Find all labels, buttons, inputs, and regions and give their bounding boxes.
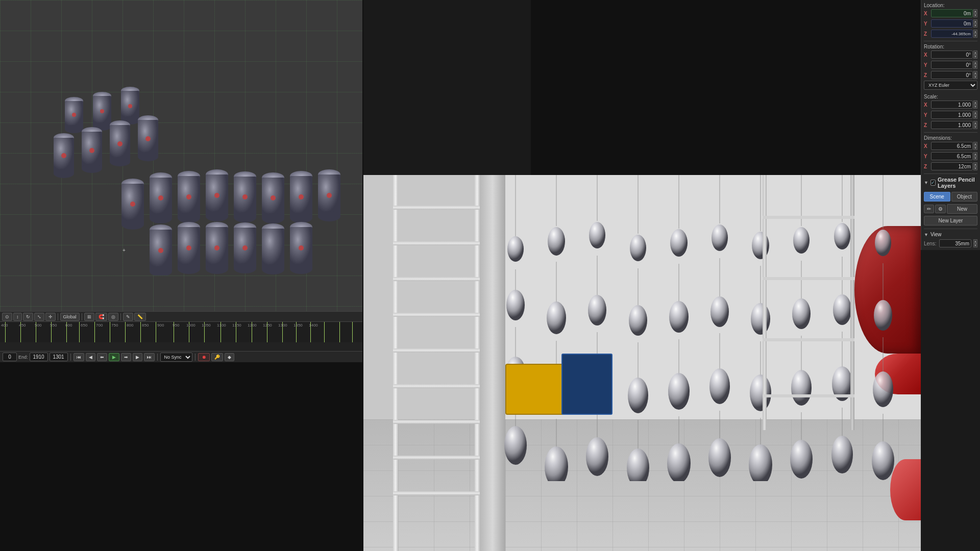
svg-point-141 xyxy=(749,444,772,481)
dim-z-up[interactable]: ▲ xyxy=(973,162,977,166)
sync-mode-select[interactable]: No Sync xyxy=(160,353,192,362)
svg-point-61 xyxy=(318,211,340,221)
lens-up[interactable]: ▲ xyxy=(973,239,977,243)
blue-electronics xyxy=(561,354,612,415)
rotation-mode-dropdown[interactable]: XYZ Euler xyxy=(924,81,977,91)
dim-x-up[interactable]: ▲ xyxy=(973,142,977,146)
location-y-up[interactable]: ▲ xyxy=(973,19,977,23)
toolbar-snap-btn[interactable]: 🧲 xyxy=(95,313,107,321)
lens-down[interactable]: ▼ xyxy=(973,243,977,247)
toolbar-move-btn[interactable]: ↕ xyxy=(13,313,22,321)
tick-850: 850 xyxy=(142,323,149,328)
rotation-z-value[interactable]: 0° xyxy=(931,71,973,79)
gp-pencil-icon-btn[interactable]: ✏ xyxy=(924,205,934,213)
toolbar-scale-btn[interactable]: ⤡ xyxy=(34,313,44,321)
ctrl-sep-3 xyxy=(195,354,195,361)
gp-new-button[interactable]: New xyxy=(947,204,977,214)
rot-z-up[interactable]: ▲ xyxy=(973,71,977,75)
keyframe-type-btn[interactable]: ◆ xyxy=(225,353,234,361)
record-btn[interactable]: ⏺ xyxy=(198,353,210,361)
frame-end-field[interactable]: 1910 xyxy=(30,353,48,361)
view-section-header: ▼ View xyxy=(924,232,977,237)
toolbar-select-btn[interactable]: ⊙ xyxy=(2,313,12,321)
location-label: Location: xyxy=(924,3,977,8)
dim-z-value[interactable]: 12cm xyxy=(931,162,973,170)
keyframe-line xyxy=(324,322,325,342)
dim-z-down[interactable]: ▼ xyxy=(973,166,977,170)
scale-x-value[interactable]: 1.000 xyxy=(931,101,973,109)
3d-viewport[interactable]: + xyxy=(0,0,362,311)
frame-start-field[interactable]: 0 xyxy=(3,353,17,361)
toolbar-proportional-btn[interactable]: ◎ xyxy=(108,313,118,321)
rot-z-down[interactable]: ▼ xyxy=(973,75,977,79)
next-frame-btn[interactable]: ➡ xyxy=(121,353,131,361)
timeline-track[interactable]: 400 450 500 550 600 650 700 750 800 850 … xyxy=(0,322,362,342)
rot-x-down[interactable]: ▼ xyxy=(973,55,977,59)
y-axis-label: Y xyxy=(924,21,931,27)
camera-viewport[interactable] xyxy=(362,175,921,551)
tb-sep-2 xyxy=(82,313,82,320)
keyframe-line xyxy=(140,322,141,342)
gp-tab-scene[interactable]: Scene xyxy=(924,192,950,202)
rotation-y-value[interactable]: 0° xyxy=(931,61,973,69)
toolbar-annotate-btn[interactable]: ✎ xyxy=(123,313,133,321)
prev-frame-btn[interactable]: ⬅ xyxy=(97,353,107,361)
auto-key-btn[interactable]: 🔑 xyxy=(211,353,223,361)
gp-new-layer-button[interactable]: New Layer xyxy=(924,216,977,226)
scale-x-down[interactable]: ▼ xyxy=(973,105,977,109)
location-x-down[interactable]: ▼ xyxy=(973,13,977,17)
keyframe-line xyxy=(125,322,126,342)
dim-y-down[interactable]: ▼ xyxy=(973,156,977,160)
svg-point-58 xyxy=(299,194,304,199)
gp-enabled-checkbox[interactable]: ✓ xyxy=(930,180,936,186)
dim-y-up[interactable]: ▲ xyxy=(973,152,977,156)
current-frame-field[interactable]: 1301 xyxy=(50,353,68,361)
lens-value[interactable]: 35mm xyxy=(939,239,971,247)
scale-y-value[interactable]: 1.000 xyxy=(931,111,973,119)
toolbar-rotate-btn[interactable]: ↻ xyxy=(23,313,33,321)
rotation-x-value[interactable]: 0° xyxy=(931,51,973,59)
skip-end-btn[interactable]: ⏭ xyxy=(144,353,155,361)
timeline-controls-bar: 0 End: 1910 1301 ⏮ ◀ ⬅ ▶ ➡ ▶ ⏭ No Sync ⏺… xyxy=(0,351,362,362)
scale-z-down[interactable]: ▼ xyxy=(973,125,977,129)
scale-z-value[interactable]: 1.000 xyxy=(931,121,973,129)
skip-start-btn[interactable]: ⏮ xyxy=(74,353,84,361)
svg-point-25 xyxy=(110,157,130,166)
location-y-value[interactable]: 0m xyxy=(931,19,973,28)
dim-y-value[interactable]: 6.5cm xyxy=(931,152,973,160)
location-y-down[interactable]: ▼ xyxy=(973,23,977,28)
scale-y-down[interactable]: ▼ xyxy=(973,115,977,119)
scale-y-up[interactable]: ▲ xyxy=(973,111,977,115)
location-z-up[interactable]: ▲ xyxy=(973,30,977,34)
toolbar-transform-btn[interactable]: ✛ xyxy=(45,313,56,321)
prev-keyframe-btn[interactable]: ◀ xyxy=(86,353,95,361)
rot-y-up[interactable]: ▲ xyxy=(973,61,977,65)
svg-point-5 xyxy=(65,125,83,133)
play-btn[interactable]: ▶ xyxy=(109,353,119,361)
dim-x-value[interactable]: 6.5cm xyxy=(931,142,973,150)
scale-z-up[interactable]: ▲ xyxy=(973,121,977,125)
location-x-up[interactable]: ▲ xyxy=(973,9,977,13)
dim-x-down[interactable]: ▼ xyxy=(973,146,977,150)
gp-tab-object[interactable]: Object xyxy=(951,192,978,202)
svg-point-49 xyxy=(234,212,256,222)
toolbar-global-btn[interactable]: Global xyxy=(60,313,80,321)
dy-label: Y xyxy=(924,154,931,159)
toolbar-grid-btn[interactable]: ⊞ xyxy=(84,313,94,321)
toolbar-measure-btn[interactable]: 📏 xyxy=(134,313,146,321)
next-keyframe-btn[interactable]: ▶ xyxy=(133,353,142,361)
gp-settings-icon-btn[interactable]: ⚙ xyxy=(935,205,946,213)
rot-y-down[interactable]: ▼ xyxy=(973,65,977,69)
gp-collapse-arrow[interactable]: ▼ xyxy=(924,180,928,185)
timeline-panel[interactable]: 400 450 500 550 600 650 700 750 800 850 … xyxy=(0,321,362,352)
location-z-value[interactable]: -44.365cm xyxy=(931,30,973,38)
view-collapse-arrow[interactable]: ▼ xyxy=(924,232,928,237)
svg-point-159 xyxy=(875,230,891,256)
svg-point-21 xyxy=(82,164,102,173)
location-x-value[interactable]: 0m xyxy=(931,9,973,17)
tick-450: 450 xyxy=(19,323,26,328)
view-section-title: View xyxy=(930,232,942,237)
location-z-down[interactable]: ▼ xyxy=(973,34,977,38)
rot-x-up[interactable]: ▲ xyxy=(973,51,977,55)
scale-x-up[interactable]: ▲ xyxy=(973,101,977,105)
